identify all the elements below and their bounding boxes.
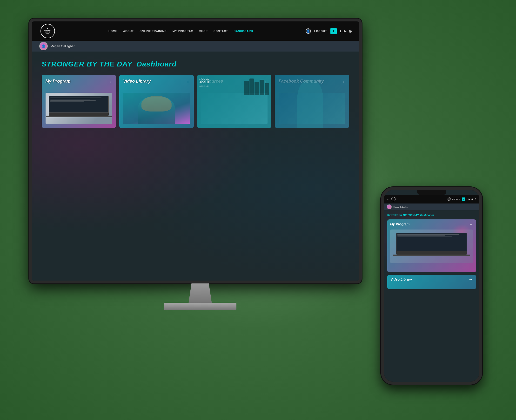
phone-my-program-card[interactable]: My Program → (387, 219, 476, 272)
phone-main: STRONGER BY THE DAY Dashboard My Program… (384, 210, 479, 295)
monitor-neck (186, 284, 215, 303)
resources-card[interactable]: Resources → ROGUE ROGUE ROG (197, 75, 272, 128)
nav-bar: ✦ STRONGER BY THE DAY HOME ABOUT ONLINE … (32, 22, 359, 41)
user-account-icon[interactable]: 👤 (306, 28, 311, 34)
card-1-arrow: → (107, 79, 112, 85)
phone-card-1-arrow: → (469, 222, 473, 227)
youtube-icon[interactable]: ▶ (344, 29, 346, 33)
avatar: 👤 (39, 42, 48, 50)
card-2-arrow: → (185, 79, 190, 85)
user-name: Megan Gallagher (51, 44, 75, 48)
phone-instagram-icon[interactable]: ◉ (471, 198, 473, 200)
nav-links: HOME ABOUT ONLINE TRAINING MY PROGRAM SH… (108, 30, 253, 32)
phone-card-2-arrow: → (469, 277, 473, 282)
nav-home[interactable]: HOME (108, 30, 117, 32)
nav-contact[interactable]: CONTACT (214, 30, 228, 32)
nav-online-training[interactable]: ONLINE TRAINING (139, 30, 167, 32)
phone-user-bar: Megan Gallagher (384, 203, 479, 210)
monitor: ✦ STRONGER BY THE DAY HOME ABOUT ONLINE … (29, 19, 371, 380)
logo-image: ✦ STRONGER BY THE DAY (40, 24, 55, 38)
phone-nav-left: ← (387, 197, 395, 201)
phone-video-library-card[interactable]: Video Library → (387, 275, 476, 289)
phone-title-bold: STRONGER BY THE DAY (387, 214, 419, 217)
main-content: STRONGER BY THE DAY Dashboard My Program (32, 52, 359, 281)
nav-right: 👤 LOGOUT 1 f ▶ ◉ (306, 28, 352, 34)
card-2-title: Video Library (123, 79, 151, 84)
phone-page-title: STRONGER BY THE DAY Dashboard (387, 214, 476, 217)
fitness-illustration (279, 93, 345, 124)
phone-notch (417, 190, 446, 195)
person-illustration (123, 93, 190, 124)
card-1-header: My Program → (46, 79, 112, 85)
cart-button[interactable]: 1 (331, 28, 337, 34)
card-2-image (123, 93, 190, 124)
phone-user-icon[interactable] (447, 197, 451, 201)
facebook-community-card[interactable]: Facebook Community → (275, 75, 349, 128)
phone-avatar (387, 204, 392, 209)
phone-card-1-title: My Program (390, 222, 410, 226)
phone-menu-icon[interactable]: ≡ (475, 197, 476, 201)
phone-title-italic: Dashboard (420, 214, 434, 217)
cards-grid: My Program → (42, 75, 349, 128)
phone-body: ← LOGOUT 1 f ▶ ◉ ≡ M (381, 187, 482, 385)
my-program-card[interactable]: My Program → (42, 75, 116, 128)
card-3-image: ROGUE ROGUE ROGUE (201, 93, 268, 124)
phone-nav: ← LOGOUT 1 f ▶ ◉ ≡ (384, 195, 479, 203)
phone-cart-button[interactable]: 1 (462, 197, 465, 201)
social-icons: f ▶ ◉ (340, 29, 352, 33)
weights-illustration: ROGUE ROGUE ROGUE (201, 93, 268, 124)
page-title-italic: Dashboard (137, 60, 177, 68)
phone-logout-button[interactable]: LOGOUT (452, 198, 460, 200)
card-1-title: My Program (46, 79, 71, 84)
phone-youtube-icon[interactable]: ▶ (469, 198, 470, 200)
monitor-body: ✦ STRONGER BY THE DAY HOME ABOUT ONLINE … (29, 19, 362, 284)
phone-facebook-icon[interactable]: f (467, 198, 467, 200)
video-library-card[interactable]: Video Library → (119, 75, 194, 128)
instagram-icon[interactable]: ◉ (349, 29, 352, 33)
nav-shop[interactable]: SHOP (199, 30, 208, 32)
monitor-stand (164, 303, 236, 310)
phone-card-2-title: Video Library (391, 278, 412, 281)
card-1-content: My Program → (42, 75, 116, 128)
phone: ← LOGOUT 1 f ▶ ◉ ≡ M (381, 187, 492, 394)
card-1-image (46, 93, 112, 124)
nav-logo: ✦ STRONGER BY THE DAY (39, 24, 56, 38)
nav-about[interactable]: ABOUT (123, 30, 134, 32)
card-3-content: Resources → ROGUE ROGUE ROG (197, 75, 272, 128)
laptop-illustration (46, 93, 112, 124)
website: ✦ STRONGER BY THE DAY HOME ABOUT ONLINE … (32, 22, 359, 281)
card-4-content: Facebook Community → (275, 75, 349, 128)
phone-card-2-inner: Video Library → (387, 275, 476, 284)
phone-nav-right: LOGOUT 1 f ▶ ◉ ≡ (447, 197, 477, 201)
phone-back-icon[interactable]: ← (387, 197, 390, 201)
logout-button[interactable]: LOGOUT (314, 30, 327, 32)
page-title: STRONGER BY THE DAY Dashboard (42, 60, 349, 68)
scene: ✦ STRONGER BY THE DAY HOME ABOUT ONLINE … (17, 11, 499, 409)
phone-user-name: Megan Gallagher (393, 206, 408, 208)
facebook-icon[interactable]: f (340, 29, 341, 33)
page-title-bold: STRONGER BY THE DAY (42, 60, 132, 68)
phone-screen: ← LOGOUT 1 f ▶ ◉ ≡ M (384, 190, 479, 382)
card-2-content: Video Library → (119, 75, 194, 128)
nav-dashboard[interactable]: DASHBOARD (234, 30, 253, 32)
card-4-image (279, 93, 345, 124)
user-bar: 👤 Megan Gallagher (32, 41, 359, 52)
card-2-header: Video Library → (123, 79, 190, 85)
phone-card-1-image (390, 230, 473, 263)
phone-logo (391, 197, 395, 201)
nav-my-program[interactable]: MY PROGRAM (173, 30, 193, 32)
phone-card-1-header: My Program → (387, 219, 476, 230)
logo-text: ✦ STRONGER BY THE DAY (44, 28, 51, 34)
